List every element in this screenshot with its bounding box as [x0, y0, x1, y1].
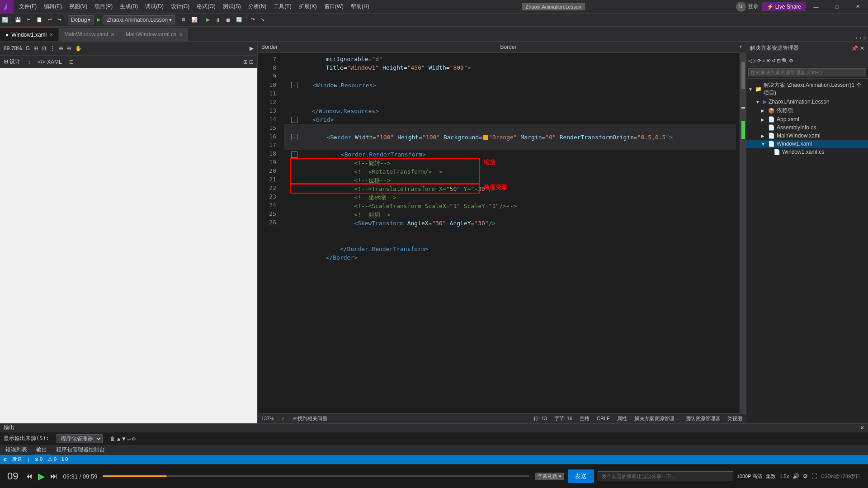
output-down-icon[interactable]: ▼ — [122, 436, 125, 442]
output-tab[interactable]: 输出 — [33, 445, 51, 455]
fold-btn-12[interactable]: - — [291, 117, 297, 123]
minimize-button[interactable]: — — [806, 0, 826, 14]
menu-build[interactable]: 生成(B) — [116, 1, 142, 12]
output-close-icon[interactable]: ✕ — [860, 425, 864, 431]
output-wrap-icon[interactable]: ↵ — [127, 436, 130, 442]
tool-zoom-out-icon[interactable]: ⊖ — [67, 45, 71, 52]
speed-value[interactable]: 1.5x — [779, 474, 789, 479]
sol-solution-root[interactable]: ▼ 📁 解决方案 'Zhaoxi.Animation.Lesson'(1 个项目… — [746, 81, 868, 98]
perf-btn[interactable]: 📊 — [189, 15, 200, 24]
fold-btn-13[interactable]: - — [291, 134, 297, 140]
tab-menu-icon[interactable]: ≡ — [863, 35, 866, 41]
menu-analyze[interactable]: 分析(N) — [245, 1, 270, 12]
settings-icon[interactable]: ⚙ — [803, 473, 808, 479]
output-source-select[interactable]: 程序包管理器 — [57, 434, 103, 443]
sol-refresh-icon[interactable]: ↺ — [772, 58, 776, 64]
video-play-btn[interactable]: ▶ — [38, 471, 45, 482]
tool-snap-icon[interactable]: ⊡ — [42, 45, 46, 52]
sol-forward-icon[interactable]: ▷ — [753, 58, 756, 64]
restart-btn[interactable]: 🔄 — [234, 15, 245, 24]
output-up-icon[interactable]: ▲ — [117, 436, 120, 442]
tool-grid-icon[interactable]: ⊞ — [33, 45, 38, 52]
menu-help[interactable]: 帮助(H) — [347, 1, 373, 12]
properties-tab[interactable]: 属性 — [617, 415, 627, 422]
code-content[interactable]: mc:Ignorable="d" Title="Window1" Height=… — [280, 53, 740, 413]
sol-sync-icon[interactable]: ⟳ — [757, 58, 761, 64]
menu-test[interactable]: 测试(S) — [219, 1, 245, 12]
pause-btn[interactable]: ⏸ — [213, 16, 222, 24]
live-share-button[interactable]: ⚡ Live Share — [762, 2, 806, 11]
menu-tools[interactable]: 工具(T) — [270, 1, 295, 12]
tab-close-icon[interactable]: ✕ — [49, 32, 53, 37]
close-button[interactable]: ✕ — [847, 0, 868, 14]
tab-scroll-right-icon[interactable]: › — [859, 35, 861, 41]
sol-close-icon[interactable]: ✕ — [860, 45, 864, 52]
fullscreen-icon[interactable]: ⛶ — [811, 473, 817, 479]
project-dropdown[interactable]: Zhaoxi.Animation.Lesson ▾ — [104, 15, 175, 24]
subtitle-btn[interactable]: 字幕礼数 ▾ — [535, 473, 564, 480]
sol-explorer-tab[interactable]: 解决方案资源管理... — [634, 415, 678, 422]
tab-window1xaml[interactable]: ● Window1.xaml ✕ — [0, 28, 59, 41]
sol-window1xaml[interactable]: ▼ 📄 Window1.xaml — [746, 140, 868, 148]
sol-back-icon[interactable]: ◁ — [748, 58, 752, 64]
debug-config-dropdown[interactable]: Debug ▾ — [68, 15, 94, 24]
sol-search-input[interactable] — [748, 68, 866, 76]
maximize-button[interactable]: □ — [826, 0, 847, 14]
debug-start-btn[interactable]: ▶ — [94, 15, 103, 24]
design-tab[interactable]: ⊞ 设计 — [4, 58, 20, 66]
designer-expand-icon[interactable]: ▶ — [250, 45, 254, 52]
sol-filter-icon[interactable]: ≡ — [762, 58, 765, 63]
volume-icon[interactable]: 🔊 — [793, 473, 799, 479]
menu-file[interactable]: 文件(F) — [15, 1, 40, 12]
save-btn[interactable]: 💾 — [13, 15, 24, 24]
expand-editor-icon[interactable]: ⊡ — [69, 59, 74, 65]
redo-btn[interactable]: ↪ — [55, 15, 64, 24]
editor-scrollbar-thumb[interactable] — [741, 62, 745, 89]
tool-gridlines-icon[interactable]: ⋮ — [50, 45, 55, 52]
class-view-tab[interactable]: 类视图 — [727, 415, 742, 422]
sol-collapse-icon[interactable]: ⊟ — [777, 58, 781, 64]
sol-pin-icon[interactable]: 📌 — [851, 45, 858, 52]
cut-btn[interactable]: ✂ — [24, 15, 33, 24]
video-progress-bar[interactable] — [103, 475, 529, 477]
sol-project[interactable]: ▼ ▶ Zhaoxi.Animation.Lesson — [746, 98, 868, 106]
sol-gear-icon[interactable]: ⚙ — [789, 58, 793, 64]
tab-scroll-left-icon[interactable]: ‹ — [856, 35, 858, 41]
run-btn[interactable]: ▶ — [204, 15, 212, 24]
stop-btn[interactable]: ⏹ — [223, 16, 233, 24]
menu-design[interactable]: 设计(G) — [167, 1, 193, 12]
xaml-tab[interactable]: </> XAML — [38, 59, 61, 65]
menu-window[interactable]: 窗口(W) — [321, 1, 347, 12]
output-clear-icon[interactable]: 🗑 — [110, 436, 115, 442]
step-in-btn[interactable]: ↘ — [258, 15, 267, 24]
tab-mainwindow-xaml[interactable]: MainWindow.xaml ✕ — [59, 28, 120, 41]
pkg-console-tab[interactable]: 程序包管理器控制台 — [52, 445, 108, 455]
fold-btn-14[interactable]: - — [291, 152, 297, 158]
sol-assemblyinfo[interactable]: 📄 AssemblyInfo.cs — [746, 123, 868, 132]
menu-format[interactable]: 格式(O) — [193, 1, 219, 12]
fold-btn-9[interactable]: - — [291, 82, 297, 88]
menu-debug[interactable]: 调试(D) — [142, 1, 167, 12]
add-bookmark-icon[interactable]: + — [739, 44, 742, 50]
copy-btn[interactable]: 📋 — [34, 15, 45, 24]
tab-mainwindow-cs[interactable]: MainWindow.xaml.cs ✕ — [120, 28, 189, 41]
barrage-input[interactable] — [598, 471, 733, 481]
team-tab[interactable]: 团队资源管理器 — [685, 415, 720, 422]
attach-btn[interactable]: ⚙ — [179, 15, 188, 24]
error-list-tab[interactable]: 错误列表 — [2, 445, 31, 455]
undo-btn[interactable]: ↩ — [46, 15, 54, 24]
video-prev-btn[interactable]: ⏮ — [25, 472, 33, 480]
tool-pan-icon[interactable]: ✋ — [75, 45, 82, 52]
message-input-area[interactable] — [598, 471, 733, 481]
sol-appxaml[interactable]: ▶ 📄 App.xaml — [746, 115, 868, 123]
editor-content[interactable]: 7 8 9 10 11 12 13 14 15 16 17 18 19 20 2… — [258, 53, 746, 413]
send-button[interactable]: 发送 — [568, 469, 594, 483]
output-settings-icon[interactable]: ⚙ — [132, 436, 136, 442]
sol-window1cs[interactable]: 📄 Window1.xaml.cs — [746, 148, 868, 156]
menu-project[interactable]: 项目(P) — [91, 1, 116, 12]
sol-search-icon[interactable]: 🔍 — [782, 58, 788, 64]
tab-close-icon-3[interactable]: ✕ — [179, 32, 183, 37]
view-toggle-icon[interactable]: ↕ — [28, 59, 30, 65]
tab-close-icon-2[interactable]: ✕ — [111, 32, 114, 37]
sol-search-box[interactable] — [746, 66, 868, 79]
